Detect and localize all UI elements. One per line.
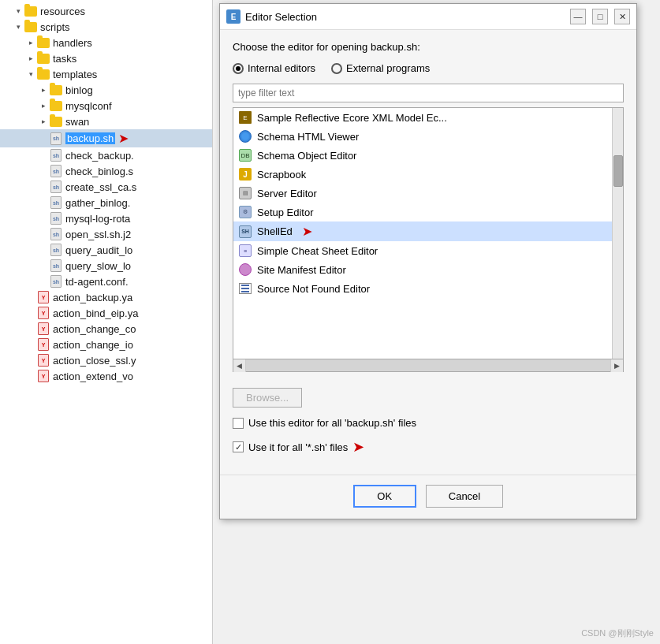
tree-item[interactable]: Yaction_change_io bbox=[0, 337, 212, 352]
tree-item[interactable]: ▸tasks bbox=[0, 50, 212, 66]
close-button[interactable]: ✕ bbox=[614, 9, 630, 24]
minimize-button[interactable]: — bbox=[570, 9, 586, 24]
editor-list-item[interactable]: ▤Server Editor bbox=[233, 184, 612, 203]
tree-item[interactable]: shquery_slow_lo bbox=[0, 258, 212, 274]
browse-button[interactable]: Browse... bbox=[233, 388, 302, 408]
tree-item[interactable]: shbackup.sh➤ bbox=[0, 129, 212, 147]
scrollbar-thumb[interactable] bbox=[613, 155, 623, 187]
dialog-footer: OK Cancel bbox=[220, 475, 636, 519]
editor-list-item[interactable]: SHShellEd➤ bbox=[233, 221, 612, 241]
tree-item[interactable]: ▾scripts bbox=[0, 19, 212, 35]
tree-item[interactable]: ▾templates bbox=[0, 66, 212, 82]
server-editor-icon: ▤ bbox=[238, 186, 252, 200]
tree-item[interactable]: Yaction_change_co bbox=[0, 321, 212, 337]
notfound-editor-icon bbox=[238, 281, 252, 296]
watermark: CSDN @刚刚Style bbox=[581, 627, 654, 639]
radio-external-label: External programs bbox=[346, 62, 430, 74]
dialog-title: Editor Selection bbox=[245, 11, 564, 23]
tree-item[interactable]: ▸swan bbox=[0, 114, 212, 129]
ok-button[interactable]: OK bbox=[353, 485, 416, 508]
editor-name-label: Scrapbook bbox=[257, 169, 306, 181]
checkbox2-label: Use it for all '*.sh' files bbox=[248, 441, 348, 453]
radio-internal[interactable]: Internal editors bbox=[233, 62, 315, 74]
editor-name-label: ShellEd bbox=[257, 225, 293, 237]
list-scrollbar[interactable] bbox=[612, 108, 623, 359]
editor-list-item[interactable]: ESample Reflective Ecore XML Model Ec... bbox=[233, 108, 612, 127]
j-editor-icon: J bbox=[238, 167, 252, 181]
tree-item-label: templates bbox=[53, 69, 97, 80]
tree-item[interactable]: shtd-agent.conf. bbox=[0, 274, 212, 289]
tree-item-label: action_backup.ya bbox=[53, 292, 132, 303]
script-icon: sh bbox=[49, 228, 63, 240]
tree-item[interactable]: ▸handlers bbox=[0, 35, 212, 50]
tree-item[interactable]: Yaction_bind_eip.ya bbox=[0, 305, 212, 321]
script-icon: sh bbox=[49, 259, 63, 272]
tree-item[interactable]: Yaction_close_ssl.y bbox=[0, 352, 212, 368]
checkbox2-row: Use it for all '*.sh' files ➤ bbox=[233, 438, 624, 456]
tree-item[interactable]: shopen_ssl.sh.j2 bbox=[0, 226, 212, 242]
cancel-button[interactable]: Cancel bbox=[426, 485, 503, 508]
db-editor-icon: DB bbox=[238, 148, 252, 162]
script-icon: sh bbox=[49, 181, 63, 193]
editor-list-item[interactable]: Site Manifest Editor bbox=[233, 260, 612, 279]
editor-list-item[interactable]: DBSchema Object Editor bbox=[233, 146, 612, 165]
tree-item-label: query_slow_lo bbox=[65, 260, 131, 272]
editor-list-item[interactable]: ⚙Setup Editor bbox=[233, 203, 612, 221]
tree-item[interactable]: shgather_binlog. bbox=[0, 195, 212, 210]
editor-list-item[interactable]: Schema HTML Viewer bbox=[233, 127, 612, 146]
ecore-editor-icon: E bbox=[238, 110, 252, 125]
editor-list-item[interactable]: ≡Simple Cheat Sheet Editor bbox=[233, 241, 612, 260]
editor-list-item[interactable]: JScrapbook bbox=[233, 165, 612, 184]
hscroll-right-button[interactable]: ▶ bbox=[610, 359, 623, 372]
editor-name-label: Setup Editor bbox=[257, 207, 314, 218]
dialog-overlay: E Editor Selection — □ ✕ Choose the edit… bbox=[219, 0, 657, 644]
selected-editor-arrow: ➤ bbox=[302, 224, 312, 239]
checkbox2[interactable] bbox=[233, 441, 244, 452]
yaml-icon: Y bbox=[36, 354, 50, 367]
filter-input[interactable] bbox=[233, 84, 624, 102]
radio-external[interactable]: External programs bbox=[331, 62, 430, 74]
editor-list-item[interactable]: Source Not Found Editor bbox=[233, 279, 612, 298]
file-arrow-indicator: ➤ bbox=[118, 131, 129, 146]
yaml-icon: Y bbox=[36, 322, 50, 335]
tree-item-label: backup.sh bbox=[65, 132, 115, 144]
tree-item[interactable]: shcheck_binlog.s bbox=[0, 163, 212, 179]
tree-item[interactable]: shcreate_ssl_ca.s bbox=[0, 179, 212, 195]
folder-icon bbox=[36, 52, 50, 65]
script-icon: sh bbox=[49, 244, 63, 256]
checkbox2-arrow: ➤ bbox=[352, 438, 364, 456]
tree-item[interactable]: shquery_audit_lo bbox=[0, 242, 212, 258]
editor-list[interactable]: ESample Reflective Ecore XML Model Ec...… bbox=[233, 108, 612, 359]
script-icon: sh bbox=[49, 275, 63, 288]
tree-item[interactable]: ▸binlog bbox=[0, 82, 212, 98]
hscroll-left-button[interactable]: ◀ bbox=[233, 359, 246, 372]
tree-item-label: action_bind_eip.ya bbox=[53, 307, 138, 319]
yaml-icon: Y bbox=[36, 291, 50, 303]
tree-item[interactable]: Yaction_backup.ya bbox=[0, 289, 212, 305]
yaml-icon: Y bbox=[36, 307, 50, 319]
tree-item[interactable]: shmysql-log-rota bbox=[0, 210, 212, 226]
tree-item[interactable]: ▸mysqlconf bbox=[0, 98, 212, 114]
folder-icon bbox=[49, 115, 63, 128]
tree-item[interactable]: shcheck_backup. bbox=[0, 147, 212, 163]
checkbox1-label: Use this editor for all 'backup.sh' file… bbox=[248, 417, 416, 429]
folder-icon bbox=[49, 84, 63, 96]
checkbox1[interactable] bbox=[233, 418, 244, 429]
script-icon: sh bbox=[49, 165, 63, 177]
tree-item-label: mysqlconf bbox=[65, 100, 112, 112]
script-icon: sh bbox=[49, 196, 63, 209]
restore-button[interactable]: □ bbox=[592, 9, 608, 24]
tree-item[interactable]: Yaction_extend_vo bbox=[0, 368, 212, 384]
radio-internal-circle[interactable] bbox=[233, 63, 244, 74]
tree-item-label: gather_binlog. bbox=[65, 197, 130, 209]
tree-item-label: handlers bbox=[53, 37, 92, 49]
tree-item-label: check_backup. bbox=[65, 150, 134, 162]
dialog-prompt: Choose the editor for opening backup.sh: bbox=[233, 41, 624, 53]
radio-external-circle[interactable] bbox=[331, 63, 342, 74]
tree-item-label: action_extend_vo bbox=[53, 370, 133, 382]
tree-item-label: query_audit_lo bbox=[65, 244, 132, 256]
tree-item[interactable]: ▾resources bbox=[0, 3, 212, 19]
hscroll-track bbox=[246, 359, 610, 371]
file-tree: ▾resources▾scripts▸handlers▸tasks▾templa… bbox=[0, 0, 213, 644]
yaml-icon: Y bbox=[36, 370, 50, 382]
